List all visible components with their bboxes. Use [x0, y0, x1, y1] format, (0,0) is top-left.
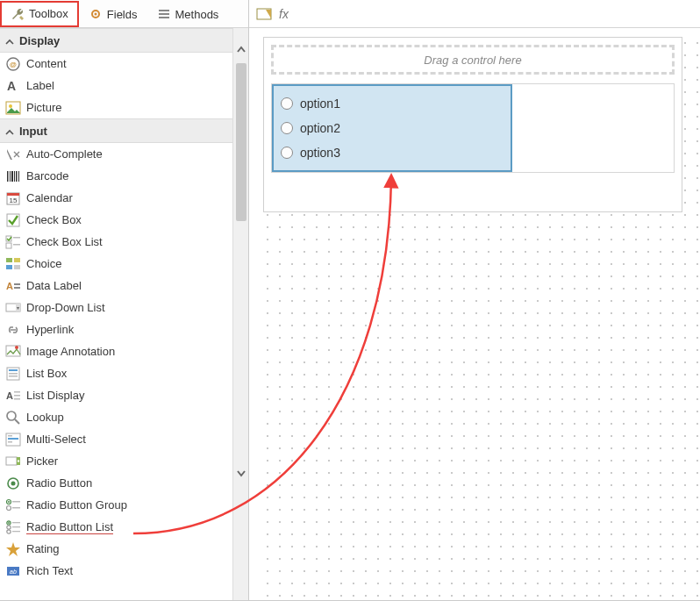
radio-option[interactable]: option3: [281, 140, 504, 165]
scrollbar[interactable]: [232, 28, 248, 600]
svg-rect-38: [9, 376, 18, 377]
tab-toolbox[interactable]: Toolbox: [0, 1, 79, 27]
svg-rect-3: [159, 13, 169, 15]
toolbox-item-list-display[interactable]: AList Display: [0, 384, 232, 406]
drop-zone[interactable]: Drag a control here: [271, 45, 675, 75]
toolbox-item-rich-text[interactable]: abRich Text: [0, 560, 232, 582]
imageannot-icon: [5, 344, 21, 360]
svg-point-43: [7, 411, 16, 420]
scroll-up-icon[interactable]: [235, 44, 247, 56]
toolbox-item-auto-complete[interactable]: Auto-Complete: [0, 143, 232, 165]
rating-icon: [5, 541, 21, 557]
svg-text:ab: ab: [10, 569, 17, 575]
picker-icon: [5, 454, 21, 469]
designer-canvas[interactable]: Drag a control here option1 option2: [249, 28, 700, 600]
section-display[interactable]: Display: [0, 28, 232, 53]
toolbox-item-drop-down-list[interactable]: Drop-Down List: [0, 297, 232, 318]
svg-rect-48: [6, 457, 17, 465]
toolbox-item-label: Calendar: [26, 191, 73, 204]
toolbox-item-hyperlink[interactable]: Hyperlink: [0, 318, 232, 340]
svg-text:15: 15: [10, 197, 18, 204]
svg-rect-36: [9, 369, 18, 371]
svg-text:A: A: [6, 281, 13, 291]
toolbox-item-barcode[interactable]: Barcode: [0, 165, 232, 187]
svg-rect-40: [14, 391, 20, 393]
svg-rect-25: [14, 258, 20, 262]
toolbox-item-check-box[interactable]: Check Box: [0, 209, 232, 231]
toolbox-item-radio-button-list[interactable]: Radio Button List: [0, 516, 232, 538]
radio-label: option3: [300, 146, 340, 160]
fx-icon[interactable]: fx: [279, 7, 289, 21]
scroll-down-icon[interactable]: [235, 467, 247, 479]
toolbox-item-label: Lookup: [26, 411, 64, 424]
toolbox-item-list-box[interactable]: List Box: [0, 362, 232, 384]
toolbox-item-lookup[interactable]: Lookup: [0, 406, 232, 428]
radio-button-list-control[interactable]: option1 option2 option3: [272, 84, 512, 172]
toolbox-item-label: Multi-Select: [26, 433, 86, 446]
designer-panel: fx Drag a control here option1: [249, 0, 700, 600]
toolbox-item-image-annotation[interactable]: Image Annotation: [0, 340, 232, 362]
svg-rect-30: [14, 287, 20, 289]
svg-point-9: [9, 104, 12, 108]
svg-point-54: [8, 501, 10, 503]
tab-label: Fields: [107, 8, 138, 21]
toolbox-item-content[interactable]: @Content: [0, 53, 232, 75]
fields-icon: [89, 7, 103, 21]
svg-rect-42: [14, 398, 20, 400]
toolbox-item-label: Radio Button Group: [26, 498, 127, 512]
svg-rect-2: [159, 10, 169, 11]
section-label: Display: [19, 34, 60, 47]
tab-methods[interactable]: Methods: [147, 1, 229, 27]
toolbox-item-radio-button[interactable]: Radio Button: [0, 472, 232, 494]
listdisplay-icon: A: [5, 388, 21, 404]
svg-rect-64: [12, 531, 20, 532]
radio-option[interactable]: option1: [281, 91, 504, 116]
svg-text:A: A: [6, 390, 13, 401]
svg-rect-12: [11, 171, 13, 182]
svg-rect-46: [8, 438, 18, 440]
svg-text:@: @: [10, 61, 17, 68]
toolbox-item-data-label[interactable]: AData Label: [0, 275, 232, 297]
svg-point-52: [11, 481, 16, 485]
toolbox-panel: Toolbox Fields Methods: [0, 0, 249, 600]
form-surface[interactable]: Drag a control here option1 option2: [263, 37, 682, 212]
chevron-up-icon: [5, 36, 14, 45]
radio-label: option2: [300, 121, 340, 135]
multiselect-icon: [5, 432, 21, 447]
tab-label: Methods: [175, 8, 219, 21]
scroll-thumb[interactable]: [236, 63, 246, 221]
toolbox-item-rating[interactable]: Rating: [0, 538, 232, 560]
toolbox-item-radio-button-group[interactable]: Radio Button Group: [0, 494, 232, 516]
toolbox-item-label: Picture: [26, 101, 61, 114]
section-input[interactable]: Input: [0, 118, 232, 143]
wrench-icon: [11, 7, 25, 21]
radiolist-icon: [5, 519, 21, 535]
svg-point-59: [8, 522, 10, 524]
designer-toolbar: fx: [249, 0, 700, 28]
section-label: Input: [19, 125, 47, 138]
dropdown-icon: [5, 300, 21, 316]
toolbox-item-choice[interactable]: Choice: [0, 253, 232, 275]
svg-rect-13: [14, 171, 15, 182]
toolbox-item-label: Content: [26, 57, 67, 70]
toolbox-item-label: Auto-Complete: [26, 147, 103, 161]
form-row: option1 option2 option3: [271, 83, 675, 173]
toolbox-item-picture[interactable]: Picture: [0, 97, 232, 118]
svg-rect-4: [159, 17, 169, 18]
toolbox-item-label[interactable]: ALabel: [0, 75, 232, 97]
tab-fields[interactable]: Fields: [79, 1, 147, 27]
content-icon: @: [5, 56, 21, 72]
svg-rect-17: [7, 193, 19, 196]
toolbox-item-picker[interactable]: Picker: [0, 450, 232, 472]
svg-text:A: A: [7, 79, 16, 93]
lookup-icon: [5, 410, 21, 426]
tab-label: Toolbox: [29, 7, 68, 20]
empty-cell[interactable]: [512, 84, 674, 172]
toolbox-item-check-box-list[interactable]: Check Box List: [0, 231, 232, 253]
form-toggle-icon[interactable]: [256, 6, 272, 22]
toolbox-item-multi-select[interactable]: Multi-Select: [0, 428, 232, 450]
svg-rect-11: [10, 171, 11, 182]
toolbox-item-calendar[interactable]: 15Calendar: [0, 187, 232, 209]
svg-rect-41: [14, 395, 20, 397]
radio-option[interactable]: option2: [281, 116, 504, 140]
